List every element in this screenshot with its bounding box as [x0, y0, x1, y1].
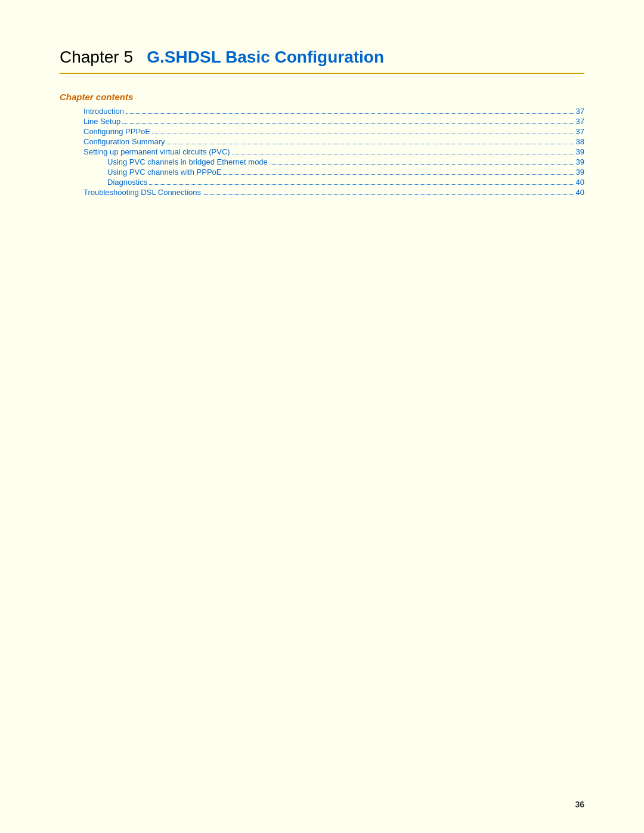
- page-container: Chapter 5 G.SHDSL Basic Configuration Ch…: [0, 0, 644, 833]
- toc-entry: Diagnostics40: [60, 178, 584, 187]
- toc-link[interactable]: Configuring PPPoE: [83, 127, 150, 136]
- chapter-header: Chapter 5 G.SHDSL Basic Configuration: [60, 48, 584, 74]
- toc-dots: [270, 164, 574, 165]
- toc-page-number: 39: [576, 157, 584, 166]
- toc-entry: Troubleshooting DSL Connections40: [60, 188, 584, 197]
- toc-dots: [203, 194, 574, 195]
- toc-page-number: 37: [576, 107, 584, 116]
- toc-dots: [167, 144, 574, 144]
- toc-entry: Line Setup37: [60, 117, 584, 126]
- toc-dots: [152, 134, 574, 134]
- toc-list: Introduction37Line Setup37Configuring PP…: [60, 107, 584, 197]
- toc-dots: [149, 184, 574, 185]
- toc-dots: [122, 123, 574, 124]
- toc-entry: Introduction37: [60, 107, 584, 116]
- toc-link[interactable]: Line Setup: [83, 117, 120, 126]
- toc-page-number: 40: [576, 188, 584, 197]
- chapter-contents-heading: Chapter contents: [60, 92, 584, 102]
- toc-dots: [223, 174, 574, 175]
- toc-entry: Using PVC channels with PPPoE39: [60, 168, 584, 176]
- toc-page-number: 37: [576, 127, 584, 136]
- toc-link[interactable]: Configuration Summary: [83, 137, 165, 146]
- toc-page-number: 39: [576, 147, 584, 156]
- toc-entry: Setting up permanent virtual circuits (P…: [60, 147, 584, 156]
- toc-link[interactable]: Setting up permanent virtual circuits (P…: [83, 147, 230, 156]
- toc-entry: Configuration Summary38: [60, 137, 584, 146]
- chapter-number: Chapter 5: [60, 48, 133, 66]
- toc-link[interactable]: Using PVC channels in bridged Ethernet m…: [107, 157, 268, 166]
- toc-link[interactable]: Using PVC channels with PPPoE: [107, 168, 221, 176]
- toc-page-number: 37: [576, 117, 584, 126]
- toc-link[interactable]: Diagnostics: [107, 178, 147, 187]
- toc-page-number: 38: [576, 137, 584, 146]
- toc-dots: [126, 113, 574, 114]
- toc-dots: [232, 154, 574, 154]
- toc-entry: Configuring PPPoE37: [60, 127, 584, 136]
- chapter-title: Chapter 5 G.SHDSL Basic Configuration: [60, 48, 584, 67]
- toc-link[interactable]: Troubleshooting DSL Connections: [83, 188, 201, 197]
- toc-link[interactable]: Introduction: [83, 107, 124, 116]
- chapter-contents-section: Chapter contents Introduction37Line Setu…: [60, 92, 584, 197]
- toc-entry: Using PVC channels in bridged Ethernet m…: [60, 157, 584, 166]
- toc-page-number: 40: [576, 178, 584, 187]
- toc-page-number: 39: [576, 168, 584, 176]
- page-number: 36: [575, 800, 584, 809]
- chapter-title-text: G.SHDSL Basic Configuration: [147, 48, 384, 66]
